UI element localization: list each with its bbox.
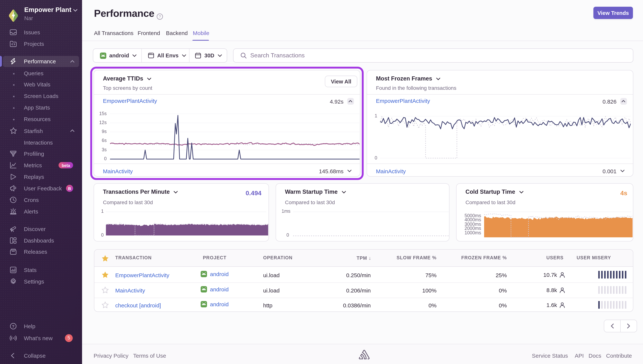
svg-text:?: ? — [12, 324, 15, 328]
svg-text:?: ? — [159, 14, 161, 19]
